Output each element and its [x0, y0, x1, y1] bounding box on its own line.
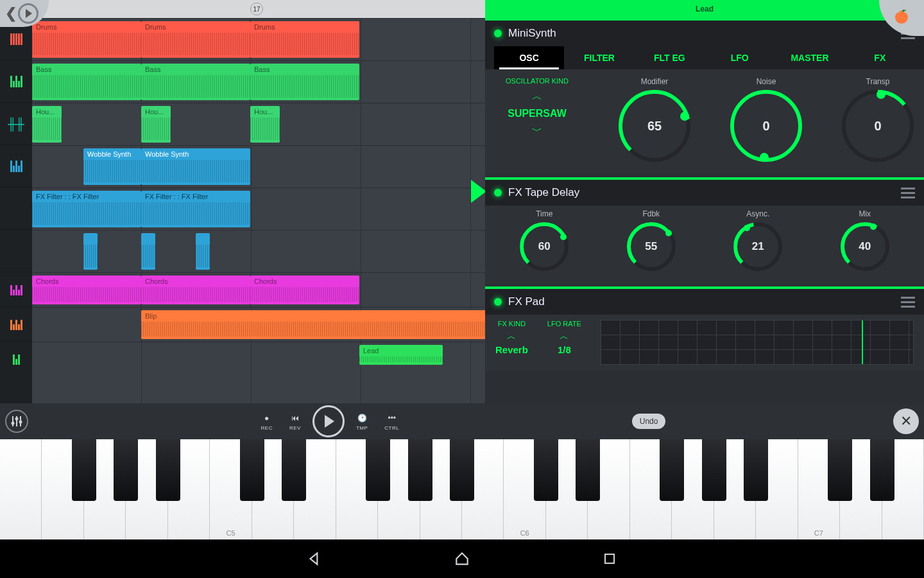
module-menu-icon[interactable] — [901, 297, 915, 308]
clip[interactable] — [83, 233, 98, 270]
track-row[interactable]: Wobble SynthWobble Synth — [32, 145, 485, 188]
track-row[interactable]: DrumsDrumsDrums — [32, 18, 485, 60]
knob-mix[interactable]: Mix 40 — [841, 209, 889, 271]
track-row[interactable] — [32, 230, 485, 272]
white-key[interactable] — [462, 439, 504, 539]
tab-osc[interactable]: OSC — [494, 46, 564, 69]
knob-transp[interactable]: Transp 0 — [842, 77, 914, 162]
white-key[interactable] — [588, 439, 629, 539]
clip[interactable]: Drums — [250, 21, 359, 58]
track-icon-bass[interactable] — [0, 60, 32, 103]
clip[interactable]: FX Filter : : FX Filter — [141, 191, 250, 227]
clip[interactable]: Chords — [250, 276, 359, 304]
chevron-up-icon[interactable]: ︿ — [532, 91, 542, 101]
nav-recents[interactable] — [600, 549, 619, 568]
tab-master[interactable]: MASTER — [774, 46, 844, 69]
white-key[interactable]: C5 — [210, 439, 252, 539]
white-key[interactable]: C6 — [504, 439, 545, 539]
playlist-panel[interactable]: 17 DrumsDrumsDrumsBassBassBassHou...Hou.… — [32, 0, 485, 403]
channel-title[interactable]: Lead — [485, 0, 924, 18]
xy-pad[interactable] — [601, 320, 914, 365]
white-key[interactable] — [546, 439, 588, 539]
panel-drag-handle[interactable] — [471, 180, 485, 203]
clip[interactable]: Wobble Synth — [83, 148, 141, 185]
track-icon-blip[interactable] — [0, 307, 32, 342]
clip[interactable]: Hou... — [250, 106, 280, 143]
white-key[interactable] — [756, 439, 798, 539]
track-row[interactable]: FX Filter : : FX FilterFX Filter : : FX … — [32, 188, 485, 230]
tempo-button[interactable]: 🕑 TMP — [351, 412, 373, 431]
white-key[interactable] — [126, 439, 167, 539]
white-key[interactable] — [336, 439, 378, 539]
white-key[interactable] — [84, 439, 126, 539]
knob-fdbk[interactable]: Fdbk 55 — [627, 209, 676, 271]
tab-fx[interactable]: FX — [845, 46, 915, 69]
track-row[interactable]: ChordsChordsChords — [32, 272, 485, 307]
tab-lfo[interactable]: LFO — [705, 46, 774, 69]
time-ruler[interactable]: 17 — [32, 0, 485, 18]
track-icon-mini[interactable] — [0, 230, 32, 272]
rewind-button[interactable]: ⏮ REV — [284, 412, 306, 431]
tab-flt-eg[interactable]: FLT EG — [635, 46, 705, 69]
track-row[interactable]: Lead — [32, 342, 485, 367]
white-key[interactable] — [882, 439, 924, 539]
track-icon-fx[interactable] — [0, 188, 32, 230]
play-button[interactable] — [312, 405, 345, 437]
knob-noise[interactable]: Noise 0 — [730, 77, 802, 162]
bar-marker[interactable]: 17 — [250, 3, 263, 15]
white-key[interactable] — [168, 439, 210, 539]
undo-button[interactable]: Undo — [632, 414, 666, 429]
close-button[interactable]: ✕ — [893, 408, 919, 434]
clip[interactable]: Lead — [359, 345, 443, 365]
white-key[interactable] — [294, 439, 336, 539]
track-icon-wobble[interactable] — [0, 145, 32, 188]
track-icon-chords[interactable] — [0, 272, 32, 307]
module-enable-dot[interactable] — [494, 298, 502, 306]
module-menu-icon[interactable] — [901, 188, 915, 198]
mixer-button[interactable] — [5, 410, 28, 433]
record-button[interactable]: ● REC — [256, 412, 278, 431]
knob-async[interactable]: Async. 21 — [733, 209, 782, 271]
piano-keyboard[interactable]: C5C6C7 — [0, 439, 924, 539]
clip[interactable]: Blip — [141, 310, 485, 339]
clip[interactable]: Wobble Synth — [141, 148, 250, 185]
track-icon-lead[interactable] — [0, 342, 32, 376]
playlist-play-button[interactable] — [18, 3, 38, 24]
clip[interactable]: Drums — [141, 21, 250, 58]
clip[interactable]: Bass — [32, 64, 141, 100]
track-row[interactable]: Blip — [32, 307, 485, 342]
chevron-down-icon[interactable]: ﹀ — [532, 126, 542, 136]
knob-time[interactable]: Time 60 — [520, 209, 569, 271]
lfo-rate-picker[interactable]: LFO RATE ︿ 1/8 — [547, 320, 581, 365]
nav-home[interactable] — [452, 549, 472, 568]
tab-filter[interactable]: FILTER — [564, 46, 634, 69]
module-enable-dot[interactable] — [494, 30, 502, 37]
clip[interactable]: Bass — [141, 64, 250, 100]
clip[interactable]: Chords — [141, 276, 250, 304]
nav-back[interactable] — [305, 549, 324, 568]
module-enable-dot[interactable] — [494, 189, 502, 197]
knob-modifier[interactable]: Modifier 65 — [619, 77, 690, 162]
track-row[interactable]: BassBassBass — [32, 60, 485, 103]
oscillator-kind-picker[interactable]: OSCILLATOR KIND ︿ SUPERSAW ﹀ — [495, 77, 579, 136]
clip[interactable]: Hou... — [141, 106, 171, 143]
white-key[interactable] — [672, 439, 714, 539]
clip[interactable]: Hou... — [32, 106, 62, 143]
clip[interactable]: FX Filter : : FX Filter — [32, 191, 141, 227]
white-key[interactable] — [630, 439, 672, 539]
white-key[interactable] — [252, 439, 294, 539]
clip[interactable]: Bass — [250, 64, 359, 100]
white-key[interactable] — [840, 439, 882, 539]
track-row[interactable]: Hou...Hou...Hou... — [32, 103, 485, 145]
clip[interactable]: Chords — [32, 276, 141, 304]
clip[interactable] — [141, 233, 155, 270]
track-icon-sample[interactable]: ╫╫ — [0, 103, 32, 145]
white-key[interactable] — [420, 439, 462, 539]
fx-kind-picker[interactable]: FX KIND ︿ Reverb — [495, 320, 528, 365]
clip[interactable] — [196, 233, 210, 270]
ctrl-button[interactable]: ••• CTRL — [379, 412, 404, 431]
chevron-up-icon[interactable]: ︿ — [560, 331, 569, 340]
white-key[interactable]: C7 — [798, 439, 840, 539]
white-key[interactable] — [0, 439, 42, 539]
clip[interactable]: Drums — [32, 21, 141, 58]
